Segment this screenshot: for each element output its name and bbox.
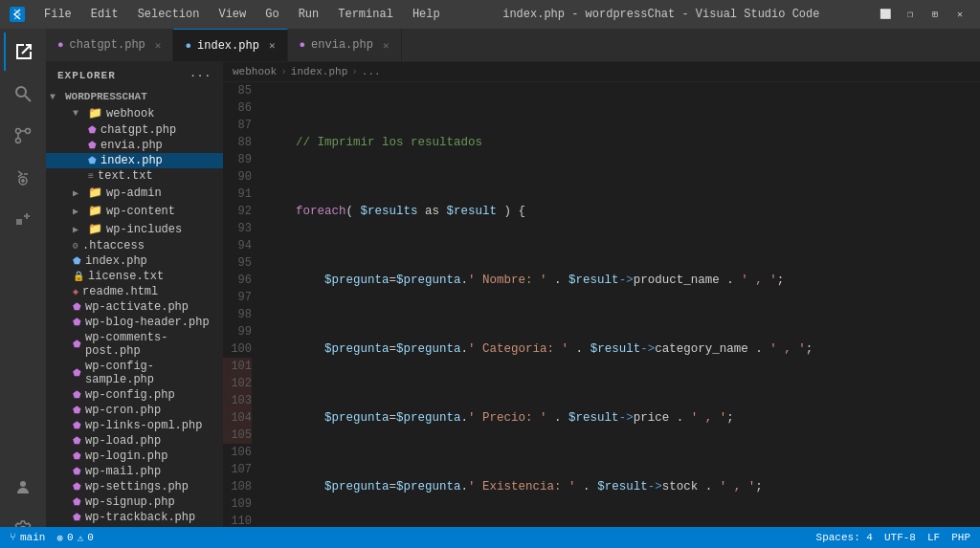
code-line-90: $pregunta=$pregunta.' Existencia: ' . $r… [267, 478, 980, 495]
sidebar-item-wplogin[interactable]: ⬟ wp-login.php [46, 449, 223, 464]
sidebar-item-wpmail[interactable]: ⬟ wp-mail.php [46, 464, 223, 479]
editor-area: webhook › index.php › ... 85 86 87 88 89… [223, 62, 980, 548]
sidebar-item-wpload[interactable]: ⬟ wp-load.php [46, 433, 223, 449]
menu-go[interactable]: Go [257, 6, 286, 23]
layout-button[interactable]: ⊞ [924, 4, 946, 25]
code-line-85: // Imprimir los resultados [267, 134, 980, 151]
svg-point-0 [16, 87, 26, 97]
sidebar-item-htaccess[interactable]: ⚙ .htaccess [46, 238, 223, 253]
git-branch-icon: ⑂ [10, 532, 16, 543]
activity-search[interactable] [4, 75, 42, 113]
chevron-down-icon: ▼ [50, 92, 61, 102]
activity-explorer[interactable] [4, 33, 42, 71]
tab-index-label: index.php [197, 39, 259, 53]
svg-point-2 [16, 129, 21, 134]
tab-envia-close[interactable]: ✕ [383, 39, 390, 52]
code-line-86: foreach( $results as $result ) { [267, 203, 980, 220]
tab-index[interactable]: ● index.php ✕ [173, 29, 287, 61]
menu-run[interactable]: Run [291, 6, 327, 23]
menu-selection[interactable]: Selection [130, 6, 208, 23]
code-line-89: $pregunta=$pregunta.' Precio: ' . $resul… [267, 409, 980, 427]
sidebar-item-wpincludes[interactable]: ▶ 📁 wp-includes [46, 220, 223, 238]
activity-debug[interactable] [4, 159, 42, 197]
app-icon [10, 7, 25, 22]
content-area: EXPLORER ··· ▼ WORDPRESSCHAT ▼ 📁 webhook… [46, 62, 980, 548]
chevron-right-icon: ▶ [73, 224, 84, 235]
sidebar-root[interactable]: ▼ WORDPRESSCHAT [46, 89, 223, 104]
sidebar-item-index[interactable]: ⬟ index.php [46, 253, 223, 269]
menu-view[interactable]: View [211, 6, 254, 23]
sidebar-item-wpsignup[interactable]: ⬟ wp-signup.php [46, 494, 223, 510]
minimize-button[interactable]: ⬜ [875, 4, 896, 25]
window-controls: ⬜ ❐ ⊞ ✕ [875, 4, 970, 25]
code-line-88: $pregunta=$pregunta.' Categoría: ' . $re… [267, 340, 980, 358]
tab-chatgpt-close[interactable]: ✕ [155, 39, 162, 52]
sidebar-item-wpcommentspost[interactable]: ⬟ wp-comments-post.php [46, 330, 223, 359]
chevron-right-icon: ▶ [73, 187, 84, 199]
sidebar-item-wpblogheader[interactable]: ⬟ wp-blog-header.php [46, 315, 223, 330]
sidebar-item-wpactivate[interactable]: ⬟ wp-activate.php [46, 299, 223, 315]
explorer-header: EXPLORER ··· [46, 62, 223, 89]
sidebar-item-webhook[interactable]: ▼ 📁 webhook [46, 104, 223, 122]
sidebar-item-texttxt[interactable]: ≡ text.txt [46, 168, 223, 184]
sidebar-item-wpconfig[interactable]: ⬟ wp-config.php [46, 387, 223, 403]
tab-envia-label: envia.php [311, 38, 373, 52]
menu-edit[interactable]: Edit [83, 6, 126, 23]
main-container: ● chatgpt.php ✕ ● index.php ✕ ● envia.ph… [46, 29, 980, 548]
code-editor[interactable]: 85 86 87 88 89 90 91 92 93 94 95 96 97 9… [223, 82, 980, 548]
sidebar-item-wpcron[interactable]: ⬟ wp-cron.php [46, 403, 223, 418]
sidebar-item-wpadmin[interactable]: ▶ 📁 wp-admin [46, 184, 223, 202]
sidebar-item-envia[interactable]: ⬟ envia.php [46, 138, 223, 153]
svg-point-6 [20, 481, 26, 487]
sidebar-item-wpcontent[interactable]: ▶ 📁 wp-content [46, 202, 223, 220]
status-branch[interactable]: ⑂ main [10, 532, 45, 543]
activity-extensions[interactable] [4, 201, 42, 239]
menu-file[interactable]: File [36, 6, 79, 23]
chevron-right-icon: ▶ [73, 206, 84, 217]
explorer-menu-icon[interactable]: ··· [189, 70, 212, 81]
breadcrumb: webhook › index.php › ... [223, 62, 980, 82]
tab-chatgpt-label: chatgpt.php [70, 38, 145, 52]
status-spaces[interactable]: Spaces: 4 [816, 532, 873, 543]
activity-accounts[interactable] [4, 468, 42, 506]
status-bar: ⑂ main ⊗ 0 ⚠ 0 Spaces: 4 UTF-8 LF PHP [0, 527, 980, 548]
tab-envia[interactable]: ● envia.php ✕ [288, 29, 402, 61]
sidebar-item-wpconfigsample[interactable]: ⬟ wp-config-sample.php [46, 359, 223, 387]
sidebar-item-wplinksopml[interactable]: ⬟ wp-links-opml.php [46, 418, 223, 433]
sidebar-item-wpsettings[interactable]: ⬟ wp-settings.php [46, 479, 223, 494]
code-line-87: $pregunta=$pregunta.' Nombre: ' . $resul… [267, 272, 980, 289]
activity-bar [0, 29, 46, 548]
sidebar-item-index-webhook[interactable]: ⬟ index.php [46, 153, 223, 168]
sidebar-explorer: EXPLORER ··· ▼ WORDPRESSCHAT ▼ 📁 webhook… [46, 62, 223, 548]
warning-icon: ⚠ [78, 532, 84, 544]
svg-point-3 [26, 129, 31, 134]
window-title: index.php - wordpressChat - Visual Studi… [456, 8, 867, 21]
sidebar-item-readme[interactable]: ◈ readme.html [46, 284, 223, 299]
status-encoding[interactable]: UTF-8 [884, 532, 916, 543]
menu-help[interactable]: Help [405, 6, 448, 23]
maximize-button[interactable]: ❐ [900, 4, 921, 25]
status-language[interactable]: PHP [951, 532, 970, 543]
tab-chatgpt[interactable]: ● chatgpt.php ✕ [46, 29, 173, 61]
close-button[interactable]: ✕ [949, 4, 970, 25]
tab-bar: ● chatgpt.php ✕ ● index.php ✕ ● envia.ph… [46, 29, 980, 62]
svg-point-4 [16, 139, 21, 143]
sidebar-item-license[interactable]: 🔒 license.txt [46, 269, 223, 284]
chevron-down-icon: ▼ [73, 108, 84, 119]
sidebar-item-wptrackback[interactable]: ⬟ wp-trackback.php [46, 510, 223, 525]
error-icon: ⊗ [56, 532, 63, 544]
titlebar: File Edit Selection View Go Run Terminal… [0, 0, 980, 29]
sidebar-item-chatgpt[interactable]: ⬟ chatgpt.php [46, 122, 223, 138]
menu-terminal[interactable]: Terminal [330, 6, 401, 23]
activity-source-control[interactable] [4, 117, 42, 155]
svg-line-1 [25, 96, 31, 101]
menu-bar: File Edit Selection View Go Run Terminal… [36, 6, 448, 23]
status-lineending[interactable]: LF [927, 532, 940, 543]
line-numbers: 85 86 87 88 89 90 91 92 93 94 95 96 97 9… [223, 82, 259, 548]
tab-index-close[interactable]: ✕ [269, 39, 276, 52]
code-lines: // Imprimir los resultados foreach( $res… [259, 82, 980, 548]
status-errors[interactable]: ⊗ 0 ⚠ 0 [56, 532, 93, 544]
